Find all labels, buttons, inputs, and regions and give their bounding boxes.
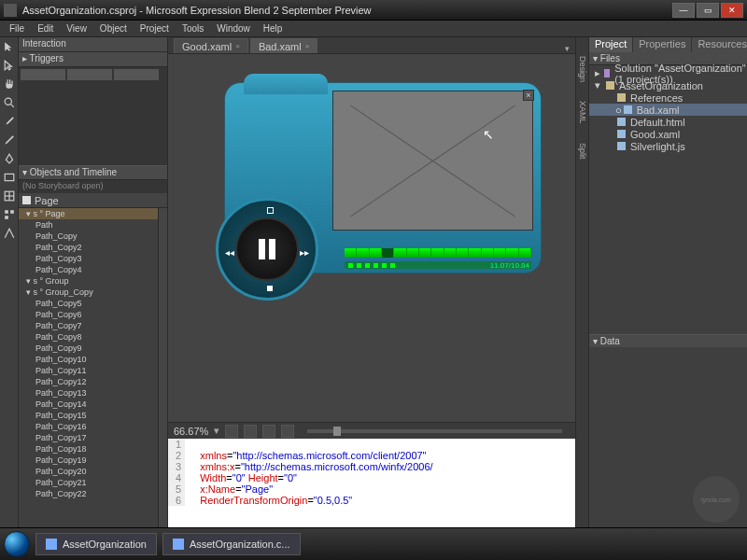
objects-timeline-header[interactable]: ▾ Objects and Timeline	[19, 165, 167, 180]
tree-row[interactable]: Path_Copy19	[19, 455, 158, 466]
stop-icon[interactable]	[264, 283, 275, 294]
rectangle-tool-icon[interactable]	[4, 172, 15, 183]
trigger-add-button[interactable]	[21, 69, 65, 80]
menu-view[interactable]: View	[61, 22, 92, 35]
page-root-row[interactable]: Page	[19, 193, 167, 208]
resources-tab[interactable]: Resources	[692, 37, 747, 52]
file-row[interactable]: Good.xaml	[589, 128, 747, 140]
file-row[interactable]: ▸Solution "AssetOrganization" (1 project…	[589, 67, 747, 79]
properties-tab[interactable]: Properties	[633, 37, 692, 52]
tree-row[interactable]: Path_Copy5	[19, 298, 158, 309]
snap-icon[interactable]	[244, 425, 257, 438]
tree-row[interactable]: Path_Copy4	[19, 264, 158, 275]
zoom-tool-icon[interactable]	[4, 97, 15, 108]
tree-row[interactable]: Path_Copy2	[19, 242, 158, 253]
tree-row[interactable]: Path_Copy9	[19, 343, 158, 354]
tree-row[interactable]: Path_Copy18	[19, 443, 158, 455]
layout-tool-icon[interactable]	[4, 190, 15, 202]
brush-tool-icon[interactable]	[4, 134, 15, 146]
close-icon[interactable]: ×	[235, 42, 240, 50]
trigger-add2-button[interactable]	[67, 69, 112, 80]
selection-tool-icon[interactable]	[4, 41, 15, 52]
trigger-delete-button[interactable]	[114, 69, 159, 80]
tree-row[interactable]: ▾ s ° Page	[19, 208, 158, 219]
maximize-button[interactable]: ▭	[697, 3, 719, 18]
asset-tool-icon[interactable]	[4, 228, 15, 239]
xaml-view-tab[interactable]: XAML	[578, 101, 587, 124]
video-close-icon[interactable]: ×	[523, 90, 534, 101]
menu-tools[interactable]: Tools	[176, 22, 209, 35]
close-icon[interactable]: ×	[305, 42, 310, 50]
tabs-dropdown-icon[interactable]: ▾	[559, 44, 575, 53]
tree-row[interactable]: Path_Copy17	[19, 432, 158, 443]
eyedropper-tool-icon[interactable]	[4, 116, 15, 127]
project-tab[interactable]: Project	[589, 37, 633, 52]
tree-row[interactable]: Path_Copy10	[19, 354, 158, 365]
tree-row[interactable]: Path_Copy3	[19, 253, 158, 264]
tree-row[interactable]: Path_Copy	[19, 231, 158, 242]
svg-line-1	[10, 104, 14, 107]
zoom-level[interactable]: 66.67%	[174, 426, 208, 437]
xaml-editor[interactable]: 12 xmlns="http://schemas.microsoft.com/c…	[168, 439, 575, 527]
file-row[interactable]: Silverlight.js	[589, 140, 747, 152]
start-orb-icon[interactable]	[4, 531, 30, 557]
tree-row[interactable]: Path_Copy21	[19, 477, 158, 488]
right-panel-tabs: Project Properties Resources	[589, 37, 747, 52]
previous-icon[interactable]: ◂◂	[224, 246, 235, 258]
tree-row[interactable]: Path_Copy22	[19, 488, 158, 499]
pause-icon	[259, 239, 275, 259]
effects-icon[interactable]	[281, 425, 294, 438]
triggers-header[interactable]: ▸ Triggers	[19, 52, 167, 67]
text-tool-icon[interactable]	[4, 209, 15, 220]
direct-select-tool-icon[interactable]	[4, 60, 15, 71]
progress-bar[interactable]	[345, 248, 531, 258]
grid-view-icon[interactable]	[225, 425, 238, 438]
menu-file[interactable]: File	[4, 22, 30, 35]
svg-rect-6	[5, 210, 8, 214]
tree-row[interactable]: ▾ s ° Group_Copy	[19, 287, 158, 298]
watermark: lynda.com	[693, 476, 740, 523]
tree-row[interactable]: Path_Copy15	[19, 410, 158, 421]
tree-row[interactable]: Path	[19, 219, 158, 231]
menu-object[interactable]: Object	[94, 22, 133, 35]
tree-row[interactable]: Path_Copy11	[19, 365, 158, 376]
taskbar-button-2[interactable]: AssetOrganization.c...	[162, 533, 301, 555]
tree-row[interactable]: Path_Copy6	[19, 309, 158, 320]
menu-window[interactable]: Window	[211, 22, 256, 35]
tab-bad-xaml[interactable]: Bad.xaml×	[250, 38, 318, 53]
video-placeholder[interactable]: × ↖	[332, 91, 533, 231]
app-icon	[4, 4, 17, 17]
tree-row[interactable]: Path_Copy13	[19, 387, 158, 399]
design-view-tab[interactable]: Design	[578, 56, 587, 82]
pause-button[interactable]	[235, 217, 299, 281]
tree-row[interactable]: Path_Copy16	[19, 421, 158, 432]
dial-top-button[interactable]	[264, 204, 275, 216]
files-tree[interactable]: ▸Solution "AssetOrganization" (1 project…	[589, 65, 747, 154]
next-icon[interactable]: ▸▸	[299, 246, 310, 258]
file-row[interactable]: References	[589, 91, 747, 104]
split-view-tab[interactable]: Split	[578, 143, 587, 160]
tree-row[interactable]: Path_Copy7	[19, 320, 158, 331]
tree-row[interactable]: Path_Copy12	[19, 376, 158, 387]
grid-toggle-icon[interactable]	[262, 425, 275, 438]
data-header[interactable]: ▾ Data	[589, 334, 747, 347]
menu-project[interactable]: Project	[134, 22, 175, 35]
tree-row[interactable]: Path_Copy8	[19, 331, 158, 343]
file-row[interactable]: ○ Bad.xaml	[589, 104, 747, 116]
close-button[interactable]: ✕	[721, 3, 743, 18]
file-row[interactable]: Default.html	[589, 116, 747, 128]
tree-row[interactable]: ▾ s ° Group	[19, 275, 158, 287]
menu-help[interactable]: Help	[258, 22, 289, 35]
horizontal-scrollbar[interactable]	[307, 429, 562, 433]
zoom-dropdown-icon[interactable]: ▾	[214, 425, 219, 437]
menu-edit[interactable]: Edit	[32, 22, 59, 35]
tree-row[interactable]: Path_Copy20	[19, 466, 158, 477]
pen-tool-icon[interactable]	[4, 153, 15, 164]
taskbar-button-1[interactable]: AssetOrganization	[35, 533, 157, 555]
pan-tool-icon[interactable]	[4, 78, 15, 90]
tree-row[interactable]: Path_Copy14	[19, 399, 158, 410]
artboard[interactable]: × ↖ 11.07/10.84 ◂◂ ▸▸	[168, 54, 575, 422]
minimize-button[interactable]: —	[672, 3, 695, 18]
tab-good-xaml[interactable]: Good.xaml×	[174, 38, 248, 53]
objects-tree[interactable]: ▾ s ° PagePathPath_CopyPath_Copy2Path_Co…	[19, 208, 158, 527]
